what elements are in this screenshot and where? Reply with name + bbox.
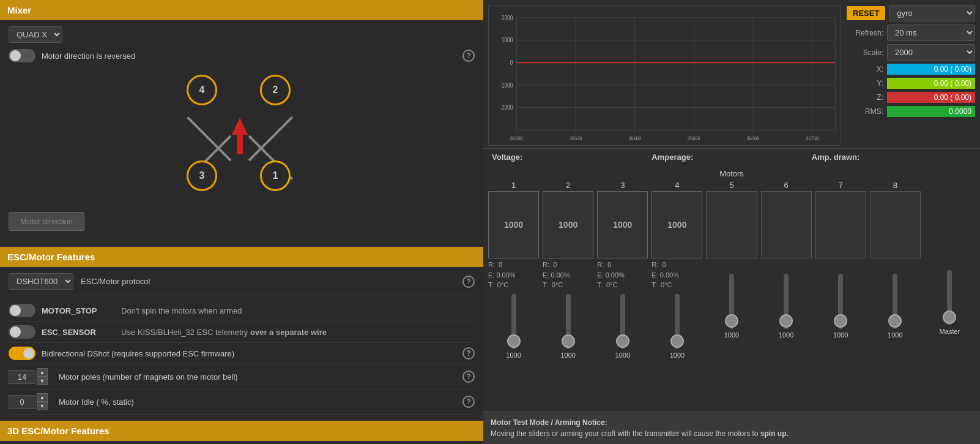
slider-thumb-5[interactable]	[725, 314, 738, 328]
chart-area: 2000 1000 0 -1000 -2000 35500 35550 3560…	[483, 0, 980, 146]
slider-track-6[interactable]	[784, 274, 789, 329]
scale-select[interactable]: 2000 1000 500 250	[887, 44, 975, 61]
x-row: X: 0.00 ( 0.00)	[847, 64, 975, 75]
slider-thumb-4[interactable]	[670, 334, 684, 348]
master-label	[949, 181, 951, 190]
z-axis-label: Z:	[847, 93, 883, 102]
amperage-label: Amperage:	[651, 152, 693, 162]
help-icon-bidir[interactable]: ?	[462, 347, 475, 359]
slider-track-4[interactable]	[675, 294, 680, 349]
motor-poles-row: ▲ ▼ Motor poles (number of magnets on th…	[9, 364, 475, 389]
quad-select-row: QUAD X QUAD + TRI	[9, 26, 475, 43]
slider-thumb-6[interactable]	[779, 314, 793, 328]
slider-thumb-2[interactable]	[562, 334, 575, 348]
motor-col-6: 6 1000	[761, 181, 812, 339]
scale-row: Scale: 2000 1000 500 250	[847, 44, 975, 61]
motor-col-3: 3 1000 R: 0E: 0.00%T: 0°C 1000	[597, 181, 648, 359]
master-slider-track[interactable]	[947, 270, 952, 325]
svg-text:35500: 35500	[510, 135, 523, 141]
motor-stat-7	[815, 260, 866, 270]
motor-col-1: 1 1000 R: 0E: 0.00%T: 0°C 1000	[488, 181, 539, 359]
refresh-select[interactable]: 20 ms 40 ms 80 ms 160 ms	[887, 24, 975, 41]
motor-slider-3: 1000	[615, 294, 630, 359]
motor-stop-desc: Don't spin the motors when armed	[121, 306, 475, 315]
svg-text:35550: 35550	[570, 135, 582, 141]
x-value: 0.00 ( 0.00)	[887, 64, 975, 75]
svg-text:-2000: -2000	[500, 103, 513, 111]
slider-track-8[interactable]	[893, 274, 897, 329]
slider-val-2: 1000	[560, 352, 575, 359]
motor-poles-down[interactable]: ▼	[37, 377, 48, 385]
esc-sensor-toggle[interactable]	[9, 325, 35, 339]
amperage-item: Amperage:	[651, 152, 811, 162]
motor-idle-row: ▲ ▼ Motor Idle ( %, static) ?	[9, 389, 475, 415]
slider-val-8: 1000	[888, 331, 902, 339]
motor-4-num: 4	[675, 181, 679, 190]
y-value: 0.00 ( 0.00)	[887, 78, 975, 89]
motor-stop-toggle[interactable]	[9, 304, 35, 317]
motor-box-5	[706, 191, 757, 258]
motor-6-num: 6	[784, 181, 788, 190]
slider-track-2[interactable]	[566, 294, 571, 349]
slider-track-3[interactable]	[620, 294, 625, 349]
motor-direction-button[interactable]: Motor direction	[9, 212, 84, 231]
master-slider-thumb[interactable]	[943, 310, 956, 324]
voltage-item: Voltage:	[492, 152, 651, 162]
help-icon-protocol[interactable]: ?	[462, 276, 475, 288]
motor-box-1: 1000	[488, 191, 539, 258]
svg-text:0: 0	[510, 59, 513, 66]
motor-poles-up[interactable]: ▲	[37, 368, 48, 377]
slider-thumb-8[interactable]	[888, 314, 902, 328]
motor-poles-spinner: ▲ ▼	[9, 368, 48, 385]
protocol-select[interactable]: DSHOT600 DSHOT300 DSHOT150	[9, 273, 73, 290]
arm-tr	[248, 116, 294, 162]
motor-idle-down[interactable]: ▼	[37, 402, 48, 410]
slider-thumb-3[interactable]	[616, 334, 629, 348]
reset-button[interactable]: RESET	[847, 6, 885, 20]
motor-8-num: 8	[893, 181, 897, 190]
slider-thumb-7[interactable]	[834, 314, 847, 328]
slider-val-6: 1000	[779, 331, 793, 339]
motor-idle-label: Motor Idle ( %, static)	[59, 397, 134, 407]
slider-val-4: 1000	[670, 352, 685, 359]
esc-header: ESC/Motor Features	[0, 247, 483, 267]
help-icon-motor-reversed[interactable]: ?	[462, 50, 475, 62]
svg-text:35750: 35750	[806, 135, 819, 141]
motor-stat-1: R: 0E: 0.00%T: 0°C	[488, 260, 539, 290]
motor-idle-up[interactable]: ▲	[37, 393, 48, 402]
motor-box-7	[815, 191, 866, 258]
slider-track-5[interactable]	[729, 274, 734, 329]
motors-grid: 1 1000 R: 0E: 0.00%T: 0°C 1000 2 1000 R:…	[488, 181, 975, 359]
motor-poles-input[interactable]	[9, 370, 35, 384]
master-col: Master	[924, 181, 975, 335]
motor-reversed-toggle[interactable]	[9, 49, 35, 62]
bidir-toggle[interactable]	[9, 347, 35, 360]
motor-stop-label: MOTOR_STOP	[42, 306, 115, 315]
motor-idle-btns: ▲ ▼	[37, 393, 48, 410]
motor-stat-5	[706, 260, 757, 270]
motor-stat-3: R: 0E: 0.00%T: 0°C	[597, 260, 648, 290]
chart-container: 2000 1000 0 -1000 -2000 35500 35550 3560…	[488, 5, 841, 146]
y-axis-label: Y:	[847, 79, 883, 88]
refresh-label: Refresh:	[847, 29, 883, 37]
help-icon-idle[interactable]: ?	[462, 396, 475, 408]
arm-tl	[187, 116, 232, 162]
motor-poles-label: Motor poles (number of magnets on the mo…	[59, 372, 238, 382]
quad-select[interactable]: QUAD X QUAD + TRI	[9, 26, 62, 43]
slider-track-7[interactable]	[838, 274, 843, 329]
bidir-label: Bidirectional DShot (requires supported …	[42, 349, 234, 358]
motor-col-4: 4 1000 R: 0E: 0.00%T: 0°C 1000	[651, 181, 702, 359]
gyro-select[interactable]: gyro acc mag	[889, 5, 975, 21]
help-icon-poles[interactable]: ?	[462, 371, 475, 383]
slider-track-1[interactable]	[511, 294, 516, 349]
motor-slider-7: 1000	[833, 274, 848, 339]
slider-thumb-1[interactable]	[507, 334, 521, 348]
svg-text:1000: 1000	[502, 36, 513, 43]
motor-idle-input[interactable]	[9, 395, 35, 409]
motor-reversed-help[interactable]: ?	[462, 50, 475, 62]
3desc-header: 3D ESC/Motor Features	[0, 421, 483, 441]
voltage-row: Voltage: Amperage: Amp. drawn:	[483, 148, 980, 165]
reset-gyro-row: RESET gyro acc mag	[847, 5, 975, 21]
motor-col-7: 7 1000	[815, 181, 866, 339]
motor-reversed-row: Motor direction is reversed ?	[9, 49, 475, 62]
